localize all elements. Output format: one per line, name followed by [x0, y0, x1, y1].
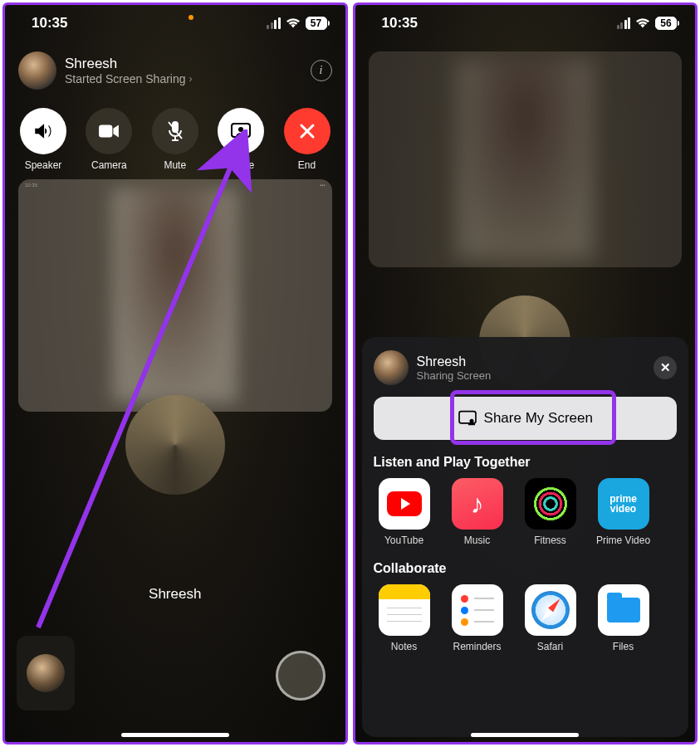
battery-indicator: 57 — [306, 17, 327, 30]
cellular-signal-icon — [267, 17, 281, 29]
call-controls: Speaker Camera Mute Share — [15, 108, 335, 171]
close-sheet-button[interactable]: ✕ — [653, 356, 677, 379]
prime-video-label: Prime Video — [596, 535, 650, 546]
close-x-icon — [298, 122, 316, 140]
share-my-screen-button[interactable]: Share My Screen — [374, 397, 678, 440]
end-label: End — [298, 159, 316, 171]
status-bar: 10:35 56 — [355, 12, 696, 35]
caller-subtitle: Started Screen Sharing › — [65, 72, 193, 85]
effects-button[interactable] — [276, 651, 326, 701]
self-avatar — [27, 654, 65, 692]
shareplay-icon — [229, 121, 252, 141]
files-label: Files — [613, 641, 634, 652]
notes-label: Notes — [391, 641, 417, 652]
fitness-app-icon[interactable] — [525, 478, 576, 530]
cellular-signal-icon — [617, 17, 631, 29]
music-label: Music — [464, 535, 490, 546]
info-button[interactable]: i — [311, 60, 332, 81]
shareplay-sheet: Shreesh Sharing Screen ✕ Share My Screen… — [362, 337, 689, 737]
shareplay-icon — [458, 410, 477, 427]
safari-app-icon[interactable] — [525, 584, 576, 636]
share-label: Share — [228, 159, 254, 171]
caller-header[interactable]: Shreesh Started Screen Sharing › i — [18, 51, 332, 90]
svg-rect-0 — [99, 124, 112, 137]
caller-name: Shreesh — [65, 56, 193, 72]
shared-screen-preview[interactable] — [369, 51, 683, 267]
wifi-icon — [286, 17, 301, 29]
mute-label: Mute — [164, 159, 186, 171]
right-screenshot: 10:35 56 Shreesh Sharing Screen ✕ — [353, 2, 698, 745]
files-app-icon[interactable] — [598, 584, 649, 636]
reminders-app-icon[interactable] — [452, 584, 503, 636]
prime-video-app-icon[interactable]: primevideo — [598, 478, 649, 530]
status-time: 10:35 — [32, 15, 67, 32]
speaker-label: Speaker — [25, 159, 62, 171]
notes-app-icon[interactable] — [379, 584, 430, 636]
home-indicator[interactable] — [471, 733, 579, 737]
chevron-right-icon: › — [189, 73, 193, 85]
caller-avatar — [374, 350, 409, 385]
video-camera-icon — [98, 123, 120, 139]
speaker-icon — [32, 120, 54, 142]
status-time: 10:35 — [382, 15, 418, 32]
music-app-icon[interactable] — [452, 478, 503, 530]
speaker-button[interactable] — [20, 108, 66, 154]
left-screenshot: 10:35 57 Shreesh Started Screen Sharing … — [2, 2, 348, 745]
camera-button[interactable] — [86, 108, 132, 154]
sheet-caller-subtitle: Sharing Screen — [417, 369, 492, 382]
mic-off-icon — [166, 120, 184, 142]
svg-point-4 — [238, 127, 243, 132]
home-indicator[interactable] — [121, 733, 229, 737]
sheet-caller-name: Shreesh — [417, 354, 492, 369]
wifi-icon — [635, 17, 650, 29]
listen-play-apps: YouTube Music Fitness primevideo Prime V… — [374, 478, 678, 546]
caller-avatar — [18, 51, 56, 90]
reminders-label: Reminders — [453, 641, 501, 652]
participant-name-label: Shreesh — [5, 586, 345, 603]
collaborate-title: Collaborate — [374, 561, 678, 576]
collaborate-apps: Notes Reminders Safari Files — [374, 584, 678, 652]
fitness-label: Fitness — [534, 535, 566, 546]
share-button[interactable] — [218, 108, 264, 154]
end-call-button[interactable] — [284, 108, 330, 154]
youtube-label: YouTube — [384, 535, 423, 546]
listen-play-title: Listen and Play Together — [374, 455, 678, 470]
camera-label: Camera — [91, 159, 127, 171]
status-bar: 10:35 57 — [5, 12, 345, 35]
shared-screen-preview[interactable]: 10:35••• — [18, 179, 332, 412]
participant-avatar-large — [125, 395, 225, 495]
battery-indicator: 56 — [655, 17, 677, 30]
youtube-app-icon[interactable] — [379, 478, 430, 530]
self-view-pip[interactable] — [17, 636, 75, 710]
mute-button[interactable] — [152, 108, 198, 154]
safari-label: Safari — [537, 641, 563, 652]
